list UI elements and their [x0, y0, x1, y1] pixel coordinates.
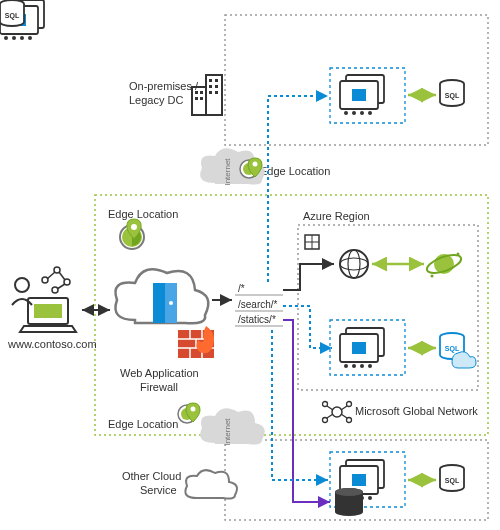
svg-point-44 [28, 36, 32, 40]
svg-point-43 [20, 36, 24, 40]
mgn-label: Microsoft Global Network [355, 405, 478, 417]
www-label: www.contoso.com [7, 338, 97, 350]
edge-bottom-label: Edge Location [108, 418, 178, 430]
svg-rect-28 [195, 91, 198, 94]
svg-line-76 [327, 414, 333, 418]
svg-rect-14 [153, 283, 165, 323]
svg-rect-31 [200, 97, 203, 100]
svg-point-65 [253, 162, 258, 167]
svg-rect-30 [195, 97, 198, 100]
azure-region-label: Azure Region [303, 210, 370, 222]
svg-point-73 [347, 418, 352, 423]
molecule-icon [42, 267, 70, 293]
svg-rect-33 [215, 79, 218, 82]
edge-to-othercloud-link [272, 330, 328, 480]
svg-point-70 [323, 402, 328, 407]
route-search-link [283, 306, 332, 348]
onprem-sql-icon [440, 80, 464, 106]
onprem-label-1: On-premises / [129, 80, 199, 92]
svg-rect-34 [209, 85, 212, 88]
svg-point-6 [42, 277, 48, 283]
cloud-sql-icon [440, 465, 464, 491]
svg-point-59 [457, 253, 460, 256]
svg-point-60 [431, 275, 434, 278]
route-root-link [283, 264, 334, 290]
svg-text:SQL: SQL [5, 12, 20, 20]
svg-text:Internet: Internet [223, 418, 232, 446]
route-search: /search/* [238, 299, 278, 310]
svg-point-9 [52, 287, 58, 293]
internet-cloud-bottom: Internet [200, 408, 265, 445]
svg-point-71 [347, 402, 352, 407]
azure-sql-icon: SQL [440, 333, 476, 368]
svg-rect-32 [209, 79, 212, 82]
azure-vm-icon [340, 328, 384, 368]
onprem-vm-icon [340, 75, 384, 115]
app-gateway-icon [305, 235, 319, 249]
edge-top-label: Edge Location [260, 165, 330, 177]
laptop-icon [20, 298, 76, 332]
svg-point-72 [323, 418, 328, 423]
other-cloud-label-1: Other Cloud [122, 470, 181, 482]
route-root: /* [238, 283, 245, 294]
svg-point-15 [169, 301, 173, 305]
globe-icon [340, 250, 368, 278]
waf-label-2: Firewall [140, 381, 178, 393]
svg-point-68 [191, 407, 196, 412]
edge-pin-left-icon [120, 219, 144, 249]
waf-label-1: Web Application [120, 367, 199, 379]
svg-point-54 [340, 250, 368, 278]
svg-rect-27 [206, 75, 222, 115]
cosmos-icon [425, 251, 464, 277]
svg-line-77 [341, 414, 347, 418]
svg-rect-29 [200, 91, 203, 94]
svg-text:SQL: SQL [445, 345, 460, 353]
svg-point-17 [131, 224, 137, 230]
other-cloud-label-2: Service [140, 484, 177, 496]
firewall-icon [178, 326, 214, 358]
svg-point-69 [332, 407, 342, 417]
edge-pin-bottom-icon [178, 403, 200, 423]
architecture-diagram: On-premises / Legacy DC Edge Location Ed… [0, 0, 500, 530]
svg-rect-35 [215, 85, 218, 88]
edge-cloud-icon [115, 269, 208, 323]
route-statics-link [283, 320, 330, 502]
other-cloud-icon [185, 470, 237, 498]
svg-rect-36 [209, 91, 212, 94]
global-network-icon [323, 402, 352, 423]
edge-left-label: Edge Location [108, 208, 178, 220]
onprem-label-2: Legacy DC [129, 94, 183, 106]
svg-line-10 [47, 272, 55, 279]
storage-icon [335, 488, 363, 516]
svg-text:Internet: Internet [223, 158, 232, 186]
route-statics: /statics/* [238, 314, 276, 325]
azure-region-box [298, 225, 478, 390]
svg-rect-37 [215, 91, 218, 94]
svg-line-11 [59, 272, 65, 280]
svg-line-75 [341, 406, 347, 410]
svg-line-12 [57, 284, 65, 289]
svg-point-42 [12, 36, 16, 40]
svg-line-74 [327, 406, 333, 410]
svg-rect-5 [34, 304, 62, 318]
svg-point-50 [335, 488, 363, 496]
svg-point-3 [15, 278, 29, 292]
svg-point-41 [4, 36, 8, 40]
